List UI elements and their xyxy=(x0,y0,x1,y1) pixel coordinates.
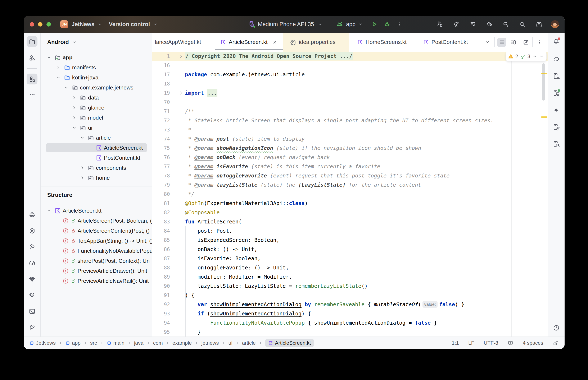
panel-divider[interactable] xyxy=(41,186,152,187)
gradle-sync-icon[interactable] xyxy=(503,21,509,27)
project-tree-item-com-example-jetnews[interactable]: com.example.jetnews xyxy=(41,83,152,93)
tool-running-devices-button[interactable] xyxy=(551,88,562,98)
device-selector-label[interactable]: Medium Phone API 35 xyxy=(258,21,314,28)
run-button[interactable] xyxy=(371,21,377,27)
project-tree-item-glance[interactable]: glance xyxy=(41,103,152,113)
structure-item[interactable]: ArticleScreenContent(Post, () xyxy=(41,226,152,236)
build-hammer-icon[interactable] xyxy=(437,21,443,27)
structure-item[interactable]: ArticleScreen.kt xyxy=(41,206,152,216)
tab-glanceappwidget[interactable]: lanceAppWidget.kt xyxy=(152,33,209,52)
tool-resource-manager-button[interactable] xyxy=(27,53,38,63)
structure-item[interactable]: PreviewArticleDrawer(): Unit xyxy=(41,266,152,276)
breadcrumb-src[interactable]: src xyxy=(90,340,97,346)
maximize-window-button[interactable] xyxy=(46,22,51,27)
tool-device-mirroring-button[interactable] xyxy=(551,121,562,132)
debug-button[interactable] xyxy=(384,21,390,27)
tool-app-quality-insights-button[interactable] xyxy=(27,274,38,285)
tool-device-manager-button[interactable] xyxy=(551,70,562,81)
tool-app-inspection-button[interactable] xyxy=(27,209,38,220)
project-view-selector[interactable]: Android xyxy=(47,39,77,45)
code-editor[interactable]: 1/ Copyright 2020 The Android Open Sourc… xyxy=(152,52,547,337)
project-tree-item-components[interactable]: components xyxy=(41,163,152,173)
user-avatar[interactable] xyxy=(551,20,559,28)
tab-homescreens[interactable]: HomeScreens.kt xyxy=(349,33,416,52)
search-everywhere-icon[interactable] xyxy=(519,21,526,27)
tool-profiler-button[interactable] xyxy=(27,258,38,268)
fold-marker-icon[interactable] xyxy=(179,91,183,95)
warning-stripe-mark[interactable] xyxy=(541,73,547,74)
apply-changes-icon[interactable] xyxy=(453,21,460,27)
tool-version-control-button[interactable] xyxy=(27,322,38,333)
run-configuration[interactable]: app xyxy=(336,16,363,33)
previous-problem-chevron-icon[interactable] xyxy=(532,54,537,59)
project-tree-item-app[interactable]: app xyxy=(41,53,152,62)
project-tree-item-postcontent-kt[interactable]: PostContent.kt xyxy=(41,153,152,163)
indent-widget[interactable]: 4 spaces xyxy=(523,340,543,346)
vcs-widget[interactable]: Version control xyxy=(109,16,158,33)
more-tool-windows-button[interactable] xyxy=(27,89,38,100)
breadcrumb-ui[interactable]: ui xyxy=(228,340,232,346)
warning-stripe-mark[interactable] xyxy=(541,116,547,118)
structure-item[interactable]: sharePost(Post, Context): Un xyxy=(41,256,152,266)
tab-idea-properties[interactable]: idea.properties xyxy=(283,33,349,52)
lock-open-icon[interactable] xyxy=(553,340,558,346)
editor-scrollbar-thumb[interactable] xyxy=(542,63,545,100)
project-name[interactable]: JetNews xyxy=(72,21,95,28)
minimize-window-button[interactable] xyxy=(38,22,42,27)
tool-gemini-button[interactable] xyxy=(551,105,562,115)
encoding-widget[interactable]: UTF-8 xyxy=(484,340,498,346)
tool-project-button[interactable] xyxy=(27,36,38,47)
breadcrumb-jetnews[interactable]: JetNews xyxy=(29,340,56,346)
tool-run-button[interactable] xyxy=(27,225,38,236)
structure-item[interactable]: TopAppBar(String, () -> Unit, () xyxy=(41,236,152,246)
view-split-button[interactable] xyxy=(508,38,518,47)
view-list-button[interactable] xyxy=(497,38,507,47)
project-tree-item-kotlin-java[interactable]: kotlin+java xyxy=(41,73,152,83)
settings-gear-icon[interactable] xyxy=(536,21,542,27)
tab-articlescreen[interactable]: ArticleScreen.kt xyxy=(215,33,283,52)
editor-options-button[interactable] xyxy=(535,38,544,47)
next-problem-chevron-icon[interactable] xyxy=(539,54,544,59)
project-tree-item-article[interactable]: article xyxy=(41,133,152,143)
structure-item[interactable]: PreviewArticleNavRail(): Unit xyxy=(41,276,152,286)
breadcrumb-main[interactable]: main xyxy=(107,340,124,346)
project-tree-item-home[interactable]: home xyxy=(41,173,152,183)
project-tree-item-data[interactable]: data xyxy=(41,93,152,103)
breadcrumb-jetnews[interactable]: jetnews xyxy=(201,340,219,346)
breadcrumb-article[interactable]: article xyxy=(242,340,256,346)
tool-gradle-button[interactable] xyxy=(551,53,562,64)
project-tree-item-model[interactable]: model xyxy=(41,113,152,123)
close-window-button[interactable] xyxy=(30,22,34,27)
project-tree-item-manifests[interactable]: manifests xyxy=(41,62,152,73)
run-configuration-label[interactable]: app xyxy=(346,21,356,28)
caret-position-widget[interactable]: 1:1 xyxy=(452,340,459,346)
tool-problems-button[interactable] xyxy=(551,322,562,333)
breadcrumb-com[interactable]: com xyxy=(153,340,163,346)
breadcrumb-example[interactable]: example xyxy=(172,340,192,346)
tool-structure-button[interactable] xyxy=(27,74,38,84)
breadcrumb-java[interactable]: java xyxy=(134,340,143,346)
breadcrumb-articlescreen-kt[interactable]: ArticleScreen.kt xyxy=(265,339,314,347)
hidden-tabs-chevron-icon[interactable] xyxy=(485,39,490,45)
notifications-button[interactable] xyxy=(551,36,562,47)
project-widget[interactable]: JetNews xyxy=(72,16,102,33)
tool-build-button[interactable] xyxy=(27,241,38,252)
inspection-bubble-icon[interactable] xyxy=(508,340,513,346)
tab-postcontent[interactable]: PostContent.kt xyxy=(416,33,479,52)
view-image-button[interactable] xyxy=(521,38,530,47)
inspections-widget[interactable]: 2 3 xyxy=(506,52,547,61)
attach-debugger-icon[interactable] xyxy=(486,21,493,27)
device-selector[interactable]: Medium Phone API 35 xyxy=(248,16,323,33)
tool-terminal-button[interactable] xyxy=(27,306,38,317)
apply-code-changes-icon[interactable] xyxy=(470,21,476,27)
fold-marker-icon[interactable] xyxy=(179,54,183,59)
breadcrumb-app[interactable]: app xyxy=(65,340,81,346)
structure-item[interactable]: ArticleScreen(Post, Boolean, () -> U xyxy=(41,216,152,226)
tool-logcat-button[interactable] xyxy=(27,290,38,301)
close-tab-icon[interactable] xyxy=(272,40,277,45)
vcs-widget-label[interactable]: Version control xyxy=(109,21,150,28)
project-tree-item-ui[interactable]: ui xyxy=(41,123,152,133)
tool-device-explorer-button[interactable] xyxy=(551,138,562,149)
line-ending-widget[interactable]: LF xyxy=(468,340,474,346)
more-actions-kebab-icon[interactable] xyxy=(397,21,403,27)
